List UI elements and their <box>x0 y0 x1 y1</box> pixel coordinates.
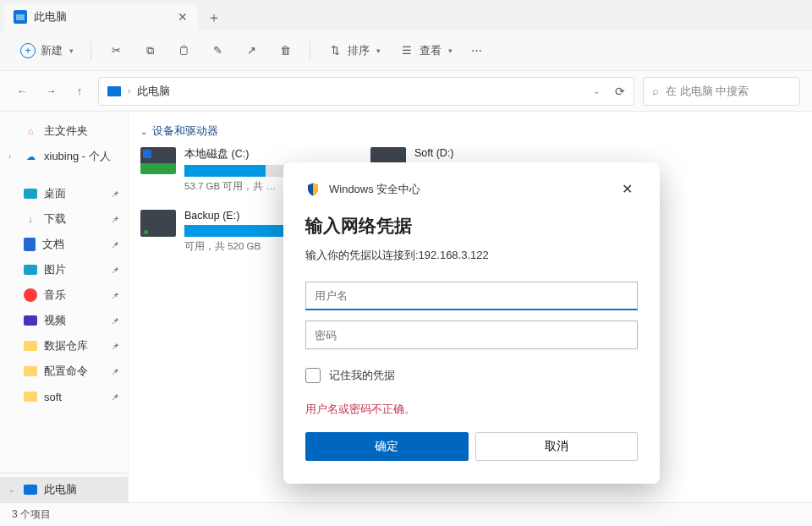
sidebar-item-videos[interactable]: 视频 📌︎ <box>0 308 128 333</box>
toolbar: + 新建 ▾ ✂ ⧉ 📋︎ ✎ ↗ 🗑︎ ⇅ 排序 ▾ ☰ 查看 ▾ ⋯ <box>0 30 812 71</box>
pc-icon <box>107 86 121 96</box>
address-history-chevron[interactable]: ⌄ <box>593 86 600 96</box>
home-icon: ⌂ <box>24 124 37 138</box>
music-icon <box>24 288 37 302</box>
search-input[interactable]: ⌕ 在 此电脑 中搜索 <box>643 77 800 106</box>
rename-icon: ✎ <box>210 43 225 58</box>
sidebar-item-config[interactable]: 配置命令 📌︎ <box>0 359 128 384</box>
sidebar: ⌂ 主文件夹 ›☁ xiubing - 个人 桌面 📌︎ ↓ 下载 📌︎ 文档 … <box>0 112 129 502</box>
rename-button[interactable]: ✎ <box>203 37 232 64</box>
document-icon <box>24 238 36 251</box>
address-bar[interactable]: › 此电脑 ⌄ ⟳ <box>98 77 634 106</box>
sidebar-item-label: 音乐 <box>44 288 66 303</box>
pc-icon <box>24 485 37 495</box>
up-button[interactable]: ↑ <box>69 81 90 101</box>
sidebar-item-downloads[interactable]: ↓ 下载 📌︎ <box>0 206 128 232</box>
video-icon <box>24 315 37 326</box>
status-bar: 3 个项目 <box>0 502 812 526</box>
drive-name: 本地磁盘 (C:) <box>184 147 354 162</box>
drive-icon <box>140 147 176 174</box>
sort-icon: ⇅ <box>327 43 343 58</box>
expand-icon[interactable]: ⌄ <box>8 485 17 494</box>
breadcrumb[interactable]: 此电脑 <box>137 84 170 99</box>
sidebar-item-label: 下载 <box>44 211 66 227</box>
pin-icon: 📌︎ <box>111 291 119 300</box>
sidebar-item-label: 图片 <box>44 262 66 277</box>
close-icon[interactable]: ✕ <box>178 10 188 24</box>
paste-button[interactable]: 📋︎ <box>169 37 198 64</box>
folder-icon <box>24 341 37 351</box>
group-title: 设备和驱动器 <box>152 123 218 139</box>
sidebar-item-datawarehouse[interactable]: 数据仓库 📌︎ <box>0 333 128 359</box>
drive-name: Soft (D:) <box>414 147 584 159</box>
chevron-down-icon: ▾ <box>376 47 381 55</box>
pin-icon: 📌︎ <box>111 392 119 402</box>
tab-thispc[interactable]: 此电脑 ✕ <box>3 3 198 30</box>
chevron-down-icon: ⌄ <box>140 127 147 136</box>
error-message: 用户名或密码不正确。 <box>305 402 638 417</box>
tab-title: 此电脑 <box>34 9 67 25</box>
share-icon: ↗ <box>244 43 259 58</box>
copy-button[interactable]: ⧉ <box>135 37 164 64</box>
share-button[interactable]: ↗ <box>237 37 266 64</box>
separator <box>310 41 310 60</box>
sort-button[interactable]: ⇅ 排序 ▾ <box>321 37 387 64</box>
sidebar-item-label: xiubing - 个人 <box>44 149 111 164</box>
back-button[interactable]: ← <box>12 81 32 101</box>
sidebar-item-thispc[interactable]: ⌄ 此电脑 <box>0 477 128 502</box>
plus-icon: + <box>20 43 36 58</box>
sidebar-item-label: 数据仓库 <box>44 338 88 353</box>
ok-button[interactable]: 确定 <box>305 432 469 461</box>
cancel-button[interactable]: 取消 <box>475 432 639 461</box>
search-icon: ⌕ <box>652 85 659 97</box>
sidebar-item-soft[interactable]: soft 📌︎ <box>0 384 128 409</box>
cut-icon: ✂ <box>108 43 123 58</box>
tabs-bar: 此电脑 ✕ ＋ <box>0 0 812 30</box>
folder-icon <box>24 366 37 376</box>
drive-icon <box>140 210 176 237</box>
shield-icon <box>305 181 321 198</box>
close-button[interactable]: ✕ <box>617 179 638 199</box>
desktop-icon <box>24 189 37 199</box>
usage-fill <box>184 165 266 177</box>
sidebar-item-label: 配置命令 <box>44 364 88 379</box>
view-icon: ☰ <box>399 43 414 58</box>
status-text: 3 个项目 <box>12 507 51 522</box>
sidebar-item-label: 桌面 <box>44 186 66 201</box>
new-button[interactable]: + 新建 ▾ <box>14 37 80 64</box>
remember-checkbox[interactable] <box>305 368 321 383</box>
sidebar-item-label: soft <box>44 391 62 403</box>
chevron-down-icon: ▾ <box>448 47 453 55</box>
divider <box>0 473 128 474</box>
username-input[interactable] <box>305 282 638 310</box>
view-label: 查看 <box>420 43 442 58</box>
pictures-icon <box>24 265 37 275</box>
pin-icon: 📌︎ <box>111 266 119 275</box>
view-button[interactable]: ☰ 查看 ▾ <box>392 37 459 64</box>
new-label: 新建 <box>41 43 63 58</box>
dialog-subtitle: 输入你的凭据以连接到:192.168.3.122 <box>305 248 638 263</box>
pin-icon: 📌︎ <box>111 240 119 249</box>
sidebar-item-label: 此电脑 <box>44 482 77 497</box>
separator <box>91 41 91 60</box>
new-tab-button[interactable]: ＋ <box>201 5 227 30</box>
expand-icon[interactable]: › <box>8 152 17 161</box>
chevron-down-icon: ▾ <box>69 47 74 55</box>
sidebar-item-pictures[interactable]: 图片 📌︎ <box>0 257 128 282</box>
forward-button[interactable]: → <box>41 81 61 101</box>
delete-icon: 🗑︎ <box>277 43 293 58</box>
pc-icon <box>14 10 27 24</box>
password-input[interactable] <box>305 321 638 349</box>
pin-icon: 📌︎ <box>111 367 119 376</box>
sidebar-item-home[interactable]: ⌂ 主文件夹 <box>0 118 128 144</box>
more-button[interactable]: ⋯ <box>464 37 489 64</box>
cut-button[interactable]: ✂ <box>102 37 130 64</box>
delete-button[interactable]: 🗑︎ <box>271 37 299 64</box>
more-icon: ⋯ <box>471 44 482 57</box>
sidebar-item-documents[interactable]: 文档 📌︎ <box>0 232 128 257</box>
group-header-devices[interactable]: ⌄ 设备和驱动器 <box>140 123 800 139</box>
refresh-button[interactable]: ⟳ <box>615 85 625 98</box>
sidebar-item-desktop[interactable]: 桌面 📌︎ <box>0 181 128 206</box>
sidebar-item-music[interactable]: 音乐 📌︎ <box>0 282 128 308</box>
sidebar-item-onedrive[interactable]: ›☁ xiubing - 个人 <box>0 144 128 169</box>
